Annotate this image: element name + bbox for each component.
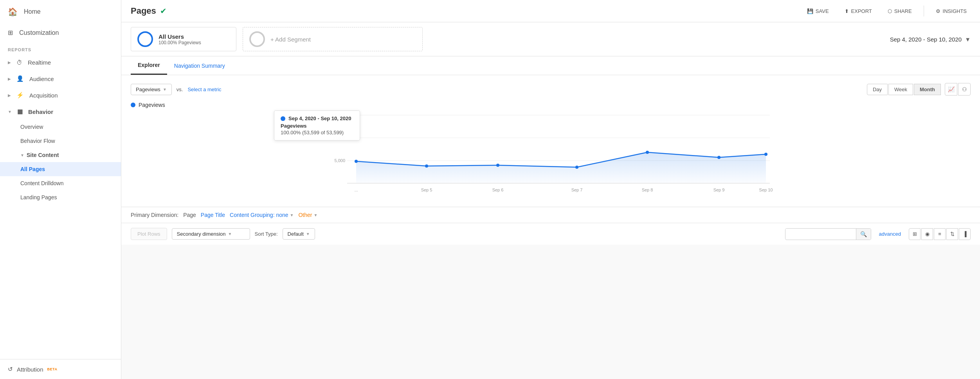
content-grouping-label: Content Grouping: none	[230, 212, 288, 218]
svg-text:...: ...	[354, 188, 358, 192]
view-buttons: ⊞ ◉ ≡ ⇅ ▐	[909, 228, 971, 240]
sidebar: 🏠 Home ⊞ Customization REPORTS ▶ ⏱ Realt…	[0, 0, 121, 379]
page-title-dimension-link[interactable]: Page Title	[201, 212, 225, 218]
sidebar-bottom: ↺ Attribution BETA	[0, 359, 121, 379]
content-grouping-chevron: ▼	[290, 213, 294, 217]
sidebar-item-audience[interactable]: ▶ 👤 Audience	[0, 70, 121, 87]
sidebar-item-landing-pages[interactable]: Landing Pages	[20, 190, 121, 204]
sidebar-item-customization[interactable]: ⊞ Customization	[0, 23, 121, 42]
topbar-actions: 💾 SAVE ⬆ EXPORT ⬡ SHARE ⚙ INSIGHTS	[803, 5, 971, 16]
date-range-label: Sep 4, 2020 - Sep 10, 2020	[890, 36, 962, 43]
chart-view-buttons: 📈 ⚇	[945, 83, 971, 96]
svg-text:Sep 8: Sep 8	[642, 188, 653, 192]
search-button[interactable]: 🔍	[856, 229, 871, 240]
sidebar-behavior-label: Behavior	[28, 108, 53, 115]
chevron-down-icon: ▼	[8, 110, 12, 114]
chart-section: Pageviews ▼ vs. Select a metric Day Week…	[121, 75, 980, 207]
other-dropdown[interactable]: Other ▼	[298, 212, 317, 218]
grid-view-button[interactable]: ⊞	[909, 228, 921, 240]
pageviews-legend-label: Pageviews	[139, 102, 165, 108]
period-day-button[interactable]: Day	[867, 84, 888, 95]
sort-default-label: Default	[288, 231, 304, 237]
svg-text:Sep 9: Sep 9	[713, 188, 725, 192]
date-range-dropdown-icon: ▼	[965, 36, 971, 43]
svg-point-11	[646, 151, 649, 154]
segment-name: All Users	[159, 33, 201, 40]
sidebar-item-attribution[interactable]: ↺ Attribution BETA	[0, 359, 121, 379]
sidebar-item-site-content[interactable]: ▼ Site Content	[20, 148, 121, 162]
save-icon: 💾	[807, 8, 813, 14]
period-controls: Day Week Month 📈 ⚇	[867, 83, 971, 96]
sort-chevron: ▼	[306, 232, 310, 236]
sidebar-item-behavior-flow[interactable]: Behavior Flow	[20, 134, 121, 148]
add-segment-button[interactable]: + Add Segment	[243, 27, 423, 51]
sidebar-item-behavior[interactable]: ▼ ▦ Behavior	[0, 103, 121, 120]
topbar-divider	[924, 5, 924, 16]
sidebar-realtime-label: Realtime	[28, 59, 51, 66]
export-button[interactable]: ⬆ EXPORT	[841, 6, 876, 16]
metric-dropdown[interactable]: Pageviews ▼	[131, 84, 172, 95]
insights-icon: ⚙	[936, 8, 940, 14]
other-label: Other	[298, 212, 312, 218]
audience-icon: 👤	[16, 75, 24, 82]
date-range-selector[interactable]: Sep 4, 2020 - Sep 10, 2020 ▼	[890, 36, 971, 43]
segment-circle-grey	[249, 31, 265, 47]
svg-text:5,000: 5,000	[334, 158, 345, 163]
scatter-chart-button[interactable]: ⚇	[958, 83, 971, 96]
content-grouping-dropdown[interactable]: Content Grouping: none ▼	[230, 212, 294, 218]
line-chart-button[interactable]: 📈	[945, 83, 957, 96]
sidebar-item-home[interactable]: 🏠 Home	[0, 0, 121, 23]
svg-text:Sep 7: Sep 7	[571, 188, 583, 192]
primary-dimension-label: Primary Dimension:	[131, 212, 178, 218]
bar-view-button[interactable]: ▐	[959, 228, 971, 240]
svg-text:Sep 5: Sep 5	[421, 188, 432, 192]
sidebar-item-realtime[interactable]: ▶ ⏱ Realtime	[0, 54, 121, 70]
beta-badge: BETA	[47, 367, 58, 371]
customization-icon: ⊞	[8, 29, 13, 36]
attribution-icon: ↺	[8, 366, 13, 373]
sidebar-item-content-drilldown[interactable]: Content Drilldown	[20, 176, 121, 190]
chevron-right-icon: ▶	[8, 77, 11, 81]
svg-point-12	[717, 156, 721, 159]
metric-label: Pageviews	[136, 87, 160, 92]
sidebar-item-acquisition[interactable]: ▶ ⚡ Acquisition	[0, 87, 121, 103]
chevron-down-small-icon: ▼	[20, 153, 24, 157]
sidebar-item-all-pages[interactable]: All Pages	[0, 162, 121, 176]
chart-svg: 15,000 10,000 5,000	[131, 111, 971, 197]
sidebar-item-overview[interactable]: Overview	[20, 120, 121, 134]
reports-section-label: REPORTS	[0, 42, 121, 54]
tooltip-dot	[281, 116, 285, 121]
plot-rows-button[interactable]: Plot Rows	[131, 228, 167, 240]
insights-button[interactable]: ⚙ INSIGHTS	[932, 6, 971, 16]
table-view-button[interactable]: ≡	[934, 228, 946, 240]
svg-text:Sep 10: Sep 10	[759, 188, 773, 192]
search-input[interactable]	[785, 229, 856, 239]
export-icon: ⬆	[845, 8, 849, 14]
share-button[interactable]: ⬡ SHARE	[884, 6, 916, 16]
period-week-button[interactable]: Week	[888, 84, 913, 95]
other-chevron: ▼	[313, 213, 317, 217]
select-metric-link[interactable]: Select a metric	[187, 87, 221, 92]
advanced-link[interactable]: advanced	[879, 231, 901, 237]
chart-tooltip: Sep 4, 2020 - Sep 10, 2020 Pageviews 100…	[274, 110, 360, 141]
sidebar-home-label: Home	[24, 8, 41, 15]
sort-dropdown[interactable]: Default ▼	[283, 228, 315, 240]
period-month-button[interactable]: Month	[914, 84, 941, 95]
tooltip-value: 100.00% (53,599 of 53,599)	[281, 130, 353, 135]
pie-view-button[interactable]: ◉	[921, 228, 933, 240]
segment-circle-blue	[137, 31, 153, 47]
save-button[interactable]: 💾 SAVE	[803, 6, 833, 16]
realtime-icon: ⏱	[16, 59, 22, 66]
comparison-view-button[interactable]: ⇅	[946, 228, 958, 240]
all-users-segment[interactable]: All Users 100.00% Pageviews	[131, 27, 236, 51]
page-title-area: Pages ✔	[131, 6, 167, 16]
tab-navigation-summary[interactable]: Navigation Summary	[167, 57, 232, 74]
sidebar-customization-label: Customization	[19, 29, 59, 36]
scatter-chart-icon: ⚇	[962, 86, 967, 92]
tab-explorer[interactable]: Explorer	[131, 56, 167, 75]
segment-sub: 100.00% Pageviews	[159, 40, 201, 45]
sidebar-audience-label: Audience	[29, 76, 54, 82]
page-dimension-link[interactable]: Page	[183, 212, 196, 218]
pageviews-legend: Pageviews	[131, 102, 971, 108]
secondary-dimension-select[interactable]: Secondary dimension ▼	[172, 228, 250, 240]
